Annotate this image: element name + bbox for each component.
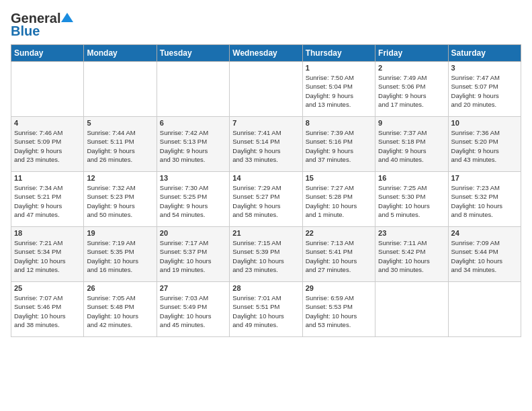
day-info: Sunrise: 7:39 AM Sunset: 5:16 PM Dayligh… [306,128,372,164]
calendar-cell: 21Sunrise: 7:15 AM Sunset: 5:39 PM Dayli… [230,227,302,282]
day-info: Sunrise: 7:19 AM Sunset: 5:35 PM Dayligh… [87,238,153,274]
calendar-cell: 18Sunrise: 7:21 AM Sunset: 5:34 PM Dayli… [11,227,84,282]
day-number: 28 [232,284,299,292]
calendar-header-row: SundayMondayTuesdayWednesdayThursdayFrid… [11,45,521,62]
calendar-cell: 8Sunrise: 7:39 AM Sunset: 5:16 PM Daylig… [302,117,375,172]
day-info: Sunrise: 6:59 AM Sunset: 5:53 PM Dayligh… [306,293,372,329]
calendar-cell: 28Sunrise: 7:01 AM Sunset: 5:51 PM Dayli… [230,282,302,337]
day-info: Sunrise: 7:50 AM Sunset: 5:04 PM Dayligh… [306,73,372,109]
calendar-header-sunday: Sunday [11,45,84,62]
calendar-cell [448,282,521,337]
calendar-cell: 29Sunrise: 6:59 AM Sunset: 5:53 PM Dayli… [302,282,375,337]
day-info: Sunrise: 7:36 AM Sunset: 5:20 PM Dayligh… [451,128,518,164]
calendar-cell: 27Sunrise: 7:03 AM Sunset: 5:49 PM Dayli… [157,282,229,337]
calendar-header-saturday: Saturday [448,45,521,62]
day-info: Sunrise: 7:07 AM Sunset: 5:46 PM Dayligh… [14,293,81,329]
calendar-cell: 12Sunrise: 7:32 AM Sunset: 5:23 PM Dayli… [84,172,157,227]
calendar-week-1: 4Sunrise: 7:46 AM Sunset: 5:09 PM Daylig… [11,117,521,172]
calendar-cell: 15Sunrise: 7:27 AM Sunset: 5:28 PM Dayli… [302,172,375,227]
day-number: 22 [306,229,372,237]
day-number: 12 [87,174,153,182]
day-info: Sunrise: 7:13 AM Sunset: 5:41 PM Dayligh… [306,238,372,274]
day-number: 20 [160,229,226,237]
calendar-cell: 1Sunrise: 7:50 AM Sunset: 5:04 PM Daylig… [302,62,375,117]
calendar-header-friday: Friday [375,45,448,62]
calendar-header-wednesday: Wednesday [230,45,302,62]
day-number: 26 [87,284,153,292]
day-number: 29 [306,284,372,292]
calendar-cell: 13Sunrise: 7:30 AM Sunset: 5:25 PM Dayli… [157,172,229,227]
day-number: 21 [232,229,299,237]
logo-blue: Blue [11,24,40,39]
page: General Blue SundayMondayTuesdayWednesda… [0,0,532,411]
day-info: Sunrise: 7:15 AM Sunset: 5:39 PM Dayligh… [232,238,299,274]
day-number: 24 [451,229,518,237]
day-number: 3 [451,64,518,72]
calendar-cell: 24Sunrise: 7:09 AM Sunset: 5:44 PM Dayli… [448,227,521,282]
calendar-cell: 9Sunrise: 7:37 AM Sunset: 5:18 PM Daylig… [375,117,448,172]
day-number: 6 [160,119,226,127]
day-info: Sunrise: 7:01 AM Sunset: 5:51 PM Dayligh… [232,293,299,329]
calendar-week-0: 1Sunrise: 7:50 AM Sunset: 5:04 PM Daylig… [11,62,521,117]
calendar-cell: 20Sunrise: 7:17 AM Sunset: 5:37 PM Dayli… [157,227,229,282]
day-number: 27 [160,284,226,292]
day-info: Sunrise: 7:25 AM Sunset: 5:30 PM Dayligh… [378,183,445,219]
calendar-cell: 26Sunrise: 7:05 AM Sunset: 5:48 PM Dayli… [84,282,157,337]
day-number: 1 [306,64,372,72]
logo-icon [61,11,73,24]
day-info: Sunrise: 7:17 AM Sunset: 5:37 PM Dayligh… [160,238,226,274]
day-number: 25 [14,284,81,292]
day-info: Sunrise: 7:05 AM Sunset: 5:48 PM Dayligh… [87,293,153,329]
day-info: Sunrise: 7:32 AM Sunset: 5:23 PM Dayligh… [87,183,153,219]
calendar-week-3: 18Sunrise: 7:21 AM Sunset: 5:34 PM Dayli… [11,227,521,282]
calendar-cell: 23Sunrise: 7:11 AM Sunset: 5:42 PM Dayli… [375,227,448,282]
svg-marker-0 [61,13,73,22]
calendar-cell [375,282,448,337]
day-info: Sunrise: 7:47 AM Sunset: 5:07 PM Dayligh… [451,73,518,109]
day-info: Sunrise: 7:42 AM Sunset: 5:13 PM Dayligh… [160,128,226,164]
calendar-cell [230,62,302,117]
day-number: 14 [232,174,299,182]
day-info: Sunrise: 7:34 AM Sunset: 5:21 PM Dayligh… [14,183,81,219]
calendar-cell: 14Sunrise: 7:29 AM Sunset: 5:27 PM Dayli… [230,172,302,227]
calendar-header-tuesday: Tuesday [157,45,229,62]
calendar-week-4: 25Sunrise: 7:07 AM Sunset: 5:46 PM Dayli… [11,282,521,337]
calendar-cell: 6Sunrise: 7:42 AM Sunset: 5:13 PM Daylig… [157,117,229,172]
day-number: 18 [14,229,81,237]
day-info: Sunrise: 7:03 AM Sunset: 5:49 PM Dayligh… [160,293,226,329]
day-info: Sunrise: 7:46 AM Sunset: 5:09 PM Dayligh… [14,128,81,164]
calendar-cell: 2Sunrise: 7:49 AM Sunset: 5:06 PM Daylig… [375,62,448,117]
calendar-cell: 11Sunrise: 7:34 AM Sunset: 5:21 PM Dayli… [11,172,84,227]
calendar-cell: 10Sunrise: 7:36 AM Sunset: 5:20 PM Dayli… [448,117,521,172]
day-info: Sunrise: 7:11 AM Sunset: 5:42 PM Dayligh… [378,238,445,274]
calendar-cell [11,62,84,117]
calendar-cell [157,62,229,117]
calendar-cell: 3Sunrise: 7:47 AM Sunset: 5:07 PM Daylig… [448,62,521,117]
day-number: 7 [232,119,299,127]
day-number: 23 [378,229,445,237]
day-number: 2 [378,64,445,72]
calendar-cell: 17Sunrise: 7:23 AM Sunset: 5:32 PM Dayli… [448,172,521,227]
day-number: 15 [306,174,372,182]
logo: General Blue [11,11,73,39]
calendar-cell: 5Sunrise: 7:44 AM Sunset: 5:11 PM Daylig… [84,117,157,172]
calendar-table: SundayMondayTuesdayWednesdayThursdayFrid… [11,44,521,337]
calendar-cell [84,62,157,117]
day-number: 4 [14,119,81,127]
calendar-cell: 7Sunrise: 7:41 AM Sunset: 5:14 PM Daylig… [230,117,302,172]
day-number: 8 [306,119,372,127]
day-number: 9 [378,119,445,127]
day-number: 16 [378,174,445,182]
day-number: 5 [87,119,153,127]
day-info: Sunrise: 7:41 AM Sunset: 5:14 PM Dayligh… [232,128,299,164]
day-number: 19 [87,229,153,237]
day-info: Sunrise: 7:49 AM Sunset: 5:06 PM Dayligh… [378,73,445,109]
calendar-week-2: 11Sunrise: 7:34 AM Sunset: 5:21 PM Dayli… [11,172,521,227]
calendar-cell: 4Sunrise: 7:46 AM Sunset: 5:09 PM Daylig… [11,117,84,172]
day-number: 17 [451,174,518,182]
calendar-header-thursday: Thursday [302,45,375,62]
day-info: Sunrise: 7:09 AM Sunset: 5:44 PM Dayligh… [451,238,518,274]
calendar-cell: 16Sunrise: 7:25 AM Sunset: 5:30 PM Dayli… [375,172,448,227]
day-info: Sunrise: 7:23 AM Sunset: 5:32 PM Dayligh… [451,183,518,219]
header: General Blue [11,11,521,39]
